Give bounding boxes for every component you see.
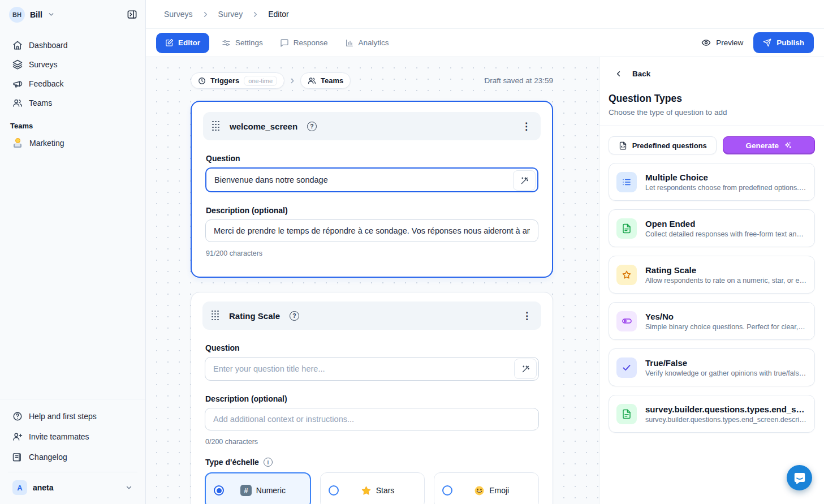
tab-editor[interactable]: Editor — [156, 33, 209, 53]
question-type-yes-no[interactable]: Yes/No Simple binary choice questions. P… — [609, 302, 815, 340]
drag-handle-icon[interactable] — [212, 311, 219, 321]
info-icon[interactable]: i — [264, 458, 273, 467]
scale-option-label: Stars — [376, 486, 395, 495]
predefined-questions-label: Predefined questions — [632, 141, 707, 150]
hash-keycap-icon: # — [240, 485, 252, 496]
canvas-toolbar: Triggers one-time Teams Draft saved at 2… — [191, 72, 553, 89]
teams-pill[interactable]: Teams — [300, 72, 351, 89]
sidebar-item-surveys[interactable]: Surveys — [7, 55, 139, 74]
user-plus-icon — [12, 432, 23, 442]
question-field-label: Question — [206, 154, 538, 163]
question-description-input[interactable] — [205, 219, 538, 242]
question-card-welcome-screen[interactable]: welcome_screen ? ⋮ Question Description … — [191, 101, 553, 278]
generate-button[interactable]: Generate — [723, 136, 815, 154]
tab-analytics[interactable]: Analytics — [345, 38, 389, 48]
technologist-emoji-icon — [12, 138, 23, 148]
file-text-icon — [616, 218, 637, 239]
sidebar-item-changelog[interactable]: Changelog — [7, 447, 139, 467]
question-field-label: Question — [205, 343, 539, 352]
chat-widget-button[interactable] — [787, 465, 812, 490]
sidebar-item-label: Dashboard — [29, 41, 68, 50]
question-description-input[interactable] — [205, 408, 539, 430]
chevron-left-icon — [614, 70, 623, 78]
toggle-icon — [616, 311, 637, 331]
question-type-description: Collect detailed responses with free-for… — [645, 230, 807, 238]
newspaper-icon — [12, 452, 23, 462]
triggers-label: Triggers — [210, 76, 239, 85]
sidebar-item-help[interactable]: Help and first steps — [7, 406, 139, 427]
sidebar-item-label: Surveys — [29, 60, 58, 69]
scale-option-numeric[interactable]: # Numeric — [205, 472, 311, 504]
publish-label: Publish — [776, 38, 804, 47]
help-circle-icon[interactable]: ? — [307, 122, 317, 131]
generate-label: Generate — [745, 141, 779, 150]
left-sidebar: BH Bill Dashboard Surveys — [0, 0, 146, 504]
teams-section-label: Teams — [0, 113, 145, 132]
teams-pill-label: Teams — [321, 76, 343, 85]
question-type-name: True/False — [645, 358, 807, 368]
sidebar-item-invite[interactable]: Invite teammates — [7, 427, 139, 447]
question-type-true-false[interactable]: True/False Verify knowledge or gather op… — [609, 348, 815, 386]
preview-button[interactable]: Preview — [701, 38, 743, 48]
breadcrumb-editor[interactable]: Editor — [268, 10, 289, 19]
scale-type-label: Type d'échelle — [205, 458, 259, 467]
question-title-input[interactable] — [205, 357, 539, 381]
kebab-menu-icon[interactable]: ⋮ — [521, 122, 532, 131]
tab-label: Analytics — [359, 38, 389, 47]
sliders-icon — [222, 38, 231, 48]
account-menu[interactable]: A aneta — [7, 477, 139, 498]
sidebar-team-marketing[interactable]: Marketing — [7, 133, 139, 153]
sidebar-item-feedback[interactable]: Feedback — [7, 74, 139, 93]
trigger-frequency-badge: one-time — [244, 76, 277, 86]
breadcrumb-survey[interactable]: Survey — [218, 10, 243, 19]
radio-icon — [329, 485, 339, 496]
radio-checked-icon — [214, 485, 224, 496]
triggers-pill[interactable]: Triggers one-time — [191, 72, 284, 89]
tab-settings[interactable]: Settings — [222, 38, 263, 48]
check-icon — [616, 357, 637, 378]
star-icon — [616, 265, 637, 285]
sidebar-item-teams[interactable]: Teams — [7, 93, 139, 113]
question-type-multiple-choice[interactable]: Multiple Choice Let respondents choose f… — [609, 163, 815, 201]
back-button[interactable]: Back — [609, 70, 815, 78]
account-name: aneta — [33, 483, 54, 492]
question-type-description: Verify knowledge or gather opinions with… — [645, 369, 807, 377]
question-type-rating-scale[interactable]: Rating Scale Allow respondents to rate o… — [609, 256, 815, 294]
sidebar-item-dashboard[interactable]: Dashboard — [7, 36, 139, 55]
collapse-sidebar-button[interactable] — [127, 9, 137, 20]
ai-rewrite-button[interactable] — [513, 170, 536, 191]
question-type-end-screen[interactable]: survey.builder.questions.types.end_scr..… — [609, 395, 815, 433]
question-type-name: Rating Scale — [645, 265, 807, 275]
drag-handle-icon[interactable] — [212, 121, 220, 132]
question-card-rating-scale[interactable]: Rating Scale ? ⋮ Question Description (o… — [191, 292, 553, 504]
scale-option-stars[interactable]: Stars — [320, 472, 425, 504]
file-code-icon — [619, 141, 627, 150]
workspace-name: Bill — [30, 10, 42, 19]
bar-chart-icon — [345, 38, 354, 48]
star-emoji-icon — [361, 485, 372, 496]
message-square-icon — [280, 38, 289, 48]
chevron-right-icon — [288, 77, 296, 85]
scale-option-emoji[interactable]: Emoji — [434, 472, 539, 504]
question-title-input[interactable] — [205, 167, 538, 192]
publish-button[interactable]: Publish — [753, 32, 814, 53]
question-type-open-ended[interactable]: Open Ended Collect detailed responses wi… — [609, 209, 815, 247]
help-circle-icon — [12, 411, 23, 421]
predefined-questions-button[interactable]: Predefined questions — [609, 136, 717, 154]
help-circle-icon[interactable]: ? — [290, 311, 299, 321]
users-icon — [12, 98, 23, 108]
tab-response[interactable]: Response — [280, 38, 328, 48]
scale-option-label: Emoji — [489, 486, 509, 495]
layers-icon — [12, 59, 23, 70]
question-type-name: Open Ended — [645, 219, 807, 229]
kebab-menu-icon[interactable]: ⋮ — [522, 311, 532, 321]
workspace-switcher[interactable]: BH Bill — [9, 7, 55, 23]
magic-wand-icon — [520, 176, 529, 185]
char-count: 0/200 characters — [205, 438, 539, 446]
breadcrumb-surveys[interactable]: Surveys — [164, 10, 193, 19]
clock-icon — [198, 77, 206, 85]
question-type-description: Let respondents choose from predefined o… — [645, 184, 807, 192]
workspace-avatar: BH — [9, 7, 25, 23]
ai-rewrite-button[interactable] — [514, 359, 537, 379]
question-type-name: survey.builder.questions.types.end_scr..… — [645, 404, 807, 414]
